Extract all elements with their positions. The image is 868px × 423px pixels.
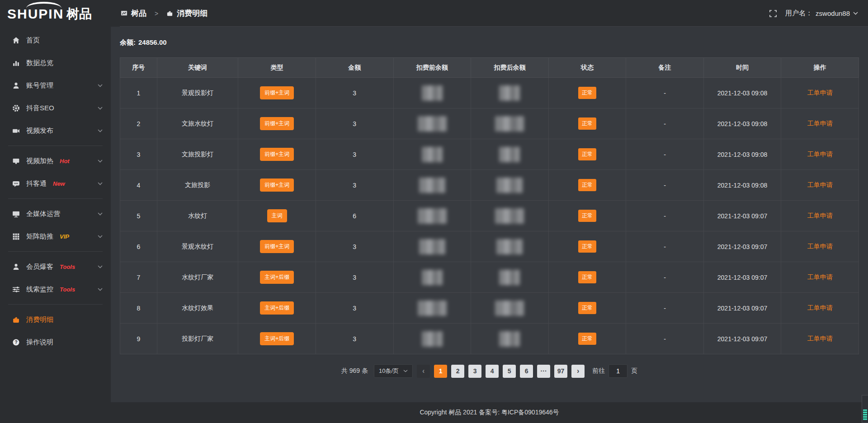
- type-badge: 主词+后缀: [260, 301, 294, 315]
- sidebar-item-douketong[interactable]: 抖客通 New: [0, 172, 111, 195]
- scrollbar[interactable]: [862, 395, 868, 423]
- chevron-down-icon: [98, 84, 103, 87]
- app-icon: [121, 10, 127, 17]
- goto-label: 前往: [592, 367, 605, 375]
- sidebar-item-matrix-boost[interactable]: 矩阵助推 VIP: [0, 225, 111, 248]
- sidebar-item-label: 线索监控: [26, 285, 53, 294]
- cell-status: 正常: [548, 201, 626, 231]
- sidebar-item-home[interactable]: 首页: [0, 29, 111, 52]
- cell-index: 2: [120, 108, 157, 139]
- cell-keyword: 文旅投影: [157, 170, 238, 201]
- type-badge: 前缀+主词: [260, 240, 294, 253]
- cell-balance-after: [471, 78, 549, 108]
- scrollbar-thumb[interactable]: [863, 409, 867, 420]
- work-order-link[interactable]: 工单申请: [807, 181, 833, 188]
- cell-keyword: 景观水纹灯: [157, 231, 238, 262]
- work-order-link[interactable]: 工单申请: [807, 120, 833, 127]
- sidebar-item-all-media[interactable]: 全媒体运营: [0, 202, 111, 225]
- tools-tag: Tools: [60, 263, 75, 270]
- cell-type: 主词+后缀: [238, 293, 316, 324]
- sidebar-item-data-overview[interactable]: 数据总览: [0, 52, 111, 74]
- breadcrumb-home[interactable]: 树品: [131, 8, 146, 19]
- cell-type: 前缀+主词: [238, 108, 316, 139]
- page-footer: Copyright 树品 2021 备案号: 粤ICP备09019646号: [111, 402, 868, 423]
- sidebar-item-member-burst[interactable]: 会员爆客 Tools: [0, 255, 111, 278]
- sidebar-item-douyin-seo[interactable]: 抖音SEO: [0, 97, 111, 119]
- type-badge: 主词: [267, 209, 287, 222]
- cell-keyword: 文旅投影灯: [157, 139, 238, 170]
- sidebar-item-account-management[interactable]: 账号管理: [0, 74, 111, 97]
- cell-status: 正常: [548, 262, 626, 293]
- work-order-link[interactable]: 工单申请: [807, 212, 833, 219]
- copyright-text: Copyright 树品 2021 备案号: 粤ICP备09019646号: [420, 409, 559, 417]
- status-badge: 正常: [578, 333, 596, 345]
- balance-label: 余额:: [120, 38, 136, 46]
- cell-remark: -: [626, 293, 704, 324]
- chevron-down-icon: [853, 12, 858, 15]
- sidebar-item-label: 视频发布: [26, 127, 53, 135]
- page-number-button[interactable]: 6: [520, 365, 533, 378]
- page-number-button[interactable]: 5: [503, 365, 516, 378]
- page-number-button[interactable]: 1: [434, 365, 447, 378]
- sidebar-item-instructions[interactable]: ? 操作说明: [0, 331, 111, 353]
- page-number-button[interactable]: 97: [554, 365, 567, 378]
- breadcrumb-current: 消费明细: [177, 8, 208, 19]
- work-order-link[interactable]: 工单申请: [807, 273, 833, 281]
- masked-balance-blur: [419, 178, 445, 193]
- chevron-down-icon: [98, 129, 103, 132]
- page-number-button[interactable]: 2: [451, 365, 464, 378]
- cell-action: 工单申请: [781, 78, 859, 108]
- app-window: SHUPIN 树品 首页 数据总览 账号管理 抖音SEO: [0, 0, 868, 423]
- prev-page-button[interactable]: ‹: [417, 365, 430, 378]
- logo-text-en: SHUPIN: [7, 6, 64, 22]
- col-balance-after: 扣费后余额: [471, 58, 549, 78]
- work-order-link[interactable]: 工单申请: [807, 304, 833, 311]
- cell-balance-before: [393, 324, 471, 354]
- cell-keyword: 投影灯厂家: [157, 324, 238, 354]
- table-row: 2 文旅水纹灯 前缀+主词 3 正常 - 2021-12-03 09:08 工单…: [120, 108, 859, 139]
- logo-arc-decoration: [26, 2, 61, 8]
- work-order-link[interactable]: 工单申请: [807, 243, 833, 250]
- sidebar-item-lead-monitor[interactable]: 线索监控 Tools: [0, 278, 111, 301]
- page-number-button[interactable]: ···: [537, 365, 550, 378]
- breadcrumb-separator: >: [155, 10, 158, 17]
- sidebar-item-consumption-detail[interactable]: 消费明细: [0, 308, 111, 331]
- cell-balance-after: [471, 324, 549, 354]
- goto-page-input[interactable]: [609, 364, 627, 378]
- cell-action: 工单申请: [781, 293, 859, 324]
- total-count: 共 969 条: [341, 367, 368, 375]
- page-number-button[interactable]: 4: [486, 365, 499, 378]
- sidebar-item-video-heat[interactable]: 视频加热 Hot: [0, 150, 111, 172]
- cell-remark: -: [626, 201, 704, 231]
- masked-balance-blur: [495, 116, 524, 132]
- status-badge: 正常: [578, 118, 596, 130]
- page-size-select[interactable]: 10条/页: [374, 364, 413, 378]
- cell-balance-before: [393, 78, 471, 108]
- type-badge: 前缀+主词: [260, 86, 294, 99]
- cell-balance-after: [471, 170, 549, 201]
- chevron-down-icon: [98, 235, 103, 238]
- page-number-button[interactable]: 3: [468, 365, 481, 378]
- member-icon: [12, 263, 20, 271]
- next-page-button[interactable]: ›: [571, 365, 585, 378]
- cell-amount: 3: [316, 108, 393, 139]
- col-status: 状态: [548, 58, 626, 78]
- user-dropdown[interactable]: 用户名：zswodun88: [785, 9, 858, 18]
- work-order-link[interactable]: 工单申请: [807, 89, 833, 96]
- cell-action: 工单申请: [781, 108, 859, 139]
- table-row: 7 水纹灯厂家 主词+后缀 3 正常 - 2021-12-03 09:07 工单…: [120, 262, 859, 293]
- fullscreen-icon[interactable]: [769, 9, 777, 18]
- top-header: 树品 > 消费明细 用户名：zswodun88: [111, 0, 868, 27]
- main-column: 树品 > 消费明细 用户名：zswodun88 余额:24856.00: [111, 0, 868, 423]
- sidebar-divider: [8, 251, 103, 252]
- col-time: 时间: [703, 58, 781, 78]
- cell-time: 2021-12-03 09:07: [703, 231, 781, 262]
- chevron-down-icon: [98, 182, 103, 185]
- work-order-link[interactable]: 工单申请: [807, 150, 833, 158]
- cell-keyword: 水纹灯厂家: [157, 262, 238, 293]
- cell-balance-before: [393, 108, 471, 139]
- work-order-link[interactable]: 工单申请: [807, 335, 833, 342]
- sidebar-item-video-publish[interactable]: 视频发布: [0, 119, 111, 142]
- table-row: 9 投影灯厂家 主词+后缀 3 正常 - 2021-12-03 09:07 工单…: [120, 324, 859, 354]
- cell-type: 前缀+主词: [238, 78, 316, 108]
